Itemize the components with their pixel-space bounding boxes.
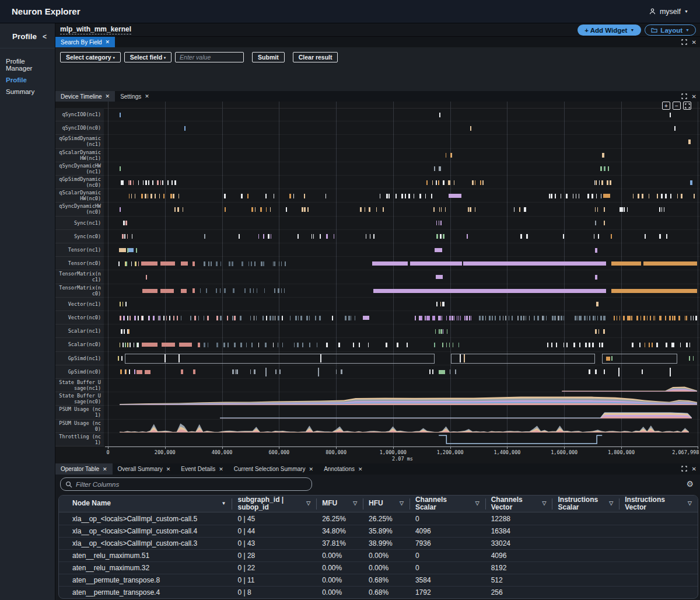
timeline-event[interactable] [247, 194, 249, 198]
timeline-event[interactable] [266, 316, 267, 320]
timeline-event[interactable] [686, 316, 687, 320]
filter-icon[interactable]: ▽ [306, 501, 310, 507]
timeline-event[interactable] [289, 194, 291, 198]
timeline-event[interactable] [170, 194, 172, 198]
timeline-event[interactable] [665, 194, 667, 198]
timeline-event[interactable] [601, 180, 603, 185]
timeline-event[interactable] [130, 316, 131, 320]
value-input[interactable] [175, 52, 244, 62]
timeline-event[interactable] [621, 207, 623, 212]
close-icon[interactable]: ✕ [106, 93, 110, 99]
timeline-lane[interactable] [104, 176, 700, 189]
timeline-event[interactable] [656, 343, 658, 347]
timeline-event[interactable] [141, 194, 143, 198]
timeline-event[interactable] [595, 329, 597, 334]
timeline-event[interactable] [432, 369, 433, 374]
timeline-event[interactable] [602, 153, 604, 158]
timeline-event[interactable] [132, 234, 132, 239]
timeline-event[interactable] [249, 261, 249, 266]
timeline-event[interactable] [442, 343, 443, 347]
timeline-event[interactable] [657, 194, 658, 198]
timeline-event[interactable] [220, 316, 222, 320]
timeline-event[interactable] [295, 316, 297, 320]
timeline-event[interactable] [320, 354, 321, 362]
timeline-event[interactable] [120, 316, 121, 320]
timeline-event[interactable] [193, 369, 195, 374]
gear-icon[interactable]: ⚙ [686, 480, 694, 488]
column-header-channels-vector[interactable]: Channels Vector▽ [485, 496, 552, 512]
timeline-event[interactable] [638, 194, 639, 198]
timeline-event[interactable] [125, 354, 435, 364]
timeline-event[interactable] [177, 207, 179, 212]
timeline-lane[interactable] [104, 284, 700, 298]
timeline-event[interactable] [482, 316, 484, 320]
timeline-event[interactable] [669, 316, 671, 320]
close-icon[interactable]: ✕ [309, 466, 314, 472]
timeline-event[interactable] [293, 194, 294, 198]
timeline-event[interactable] [320, 234, 321, 239]
timeline-event[interactable] [517, 316, 519, 320]
timeline-event[interactable] [665, 316, 666, 320]
timeline-event[interactable] [167, 180, 169, 185]
timeline-event[interactable] [691, 316, 691, 320]
timeline-event[interactable] [250, 316, 251, 320]
sidebar-item-summary[interactable]: Summary [0, 86, 55, 97]
timeline-event[interactable] [225, 207, 226, 212]
timeline-event[interactable] [279, 369, 281, 374]
timeline-event[interactable] [120, 113, 121, 117]
timeline-event[interactable] [662, 207, 662, 212]
timeline-event[interactable] [695, 316, 697, 320]
timeline-event[interactable] [194, 316, 196, 320]
timeline-lane[interactable] [104, 203, 700, 216]
timeline-event[interactable] [120, 166, 121, 171]
timeline-lane[interactable] [104, 392, 700, 406]
timeline-event[interactable] [131, 261, 132, 266]
timeline-event[interactable] [468, 207, 469, 212]
timeline-event[interactable] [587, 316, 587, 320]
timeline-event[interactable] [351, 316, 351, 320]
timeline-event[interactable] [131, 194, 132, 198]
timeline-event[interactable] [355, 316, 355, 320]
timeline-event[interactable] [174, 207, 176, 212]
timeline-lane[interactable] [104, 433, 700, 446]
timeline-event[interactable] [278, 288, 279, 293]
timeline-event[interactable] [642, 194, 643, 198]
timeline-event[interactable] [432, 316, 433, 320]
timeline-event[interactable] [274, 288, 275, 293]
filter-icon[interactable]: ▽ [400, 501, 404, 507]
close-icon[interactable]: ✕ [145, 93, 149, 99]
timeline-event[interactable] [198, 343, 200, 347]
timeline-event[interactable] [216, 288, 217, 293]
timeline-event[interactable] [454, 316, 454, 320]
timeline-event[interactable] [133, 180, 134, 185]
timeline-event[interactable] [558, 316, 559, 320]
timeline-event[interactable] [579, 343, 580, 347]
timeline-event[interactable] [594, 180, 595, 185]
timeline-event[interactable] [472, 180, 474, 185]
timeline-event[interactable] [223, 343, 225, 347]
timeline-event[interactable] [254, 369, 256, 374]
timeline-event[interactable] [285, 261, 286, 266]
timeline-event[interactable] [232, 316, 233, 320]
timeline-lane[interactable] [104, 379, 700, 392]
timeline-event[interactable] [134, 343, 134, 347]
close-icon[interactable]: ✕ [106, 39, 110, 45]
timeline-event[interactable] [122, 234, 124, 239]
timeline-event[interactable] [452, 153, 452, 158]
timeline-event[interactable] [519, 207, 520, 212]
timeline-event[interactable] [449, 343, 450, 347]
timeline-event[interactable] [450, 369, 450, 374]
timeline-event[interactable] [388, 194, 390, 198]
timeline-event[interactable] [128, 180, 129, 185]
timeline-event[interactable] [169, 316, 170, 320]
timeline-event[interactable] [121, 356, 123, 361]
timeline-event[interactable] [120, 343, 120, 347]
timeline-event[interactable] [552, 316, 554, 320]
timeline-event[interactable] [601, 343, 603, 347]
timeline-event[interactable] [258, 234, 259, 239]
timeline-event[interactable] [649, 194, 649, 198]
timeline-event[interactable] [594, 234, 594, 239]
timeline-event[interactable] [595, 207, 596, 212]
timeline-event[interactable] [173, 316, 174, 320]
timeline-event[interactable] [160, 180, 161, 185]
